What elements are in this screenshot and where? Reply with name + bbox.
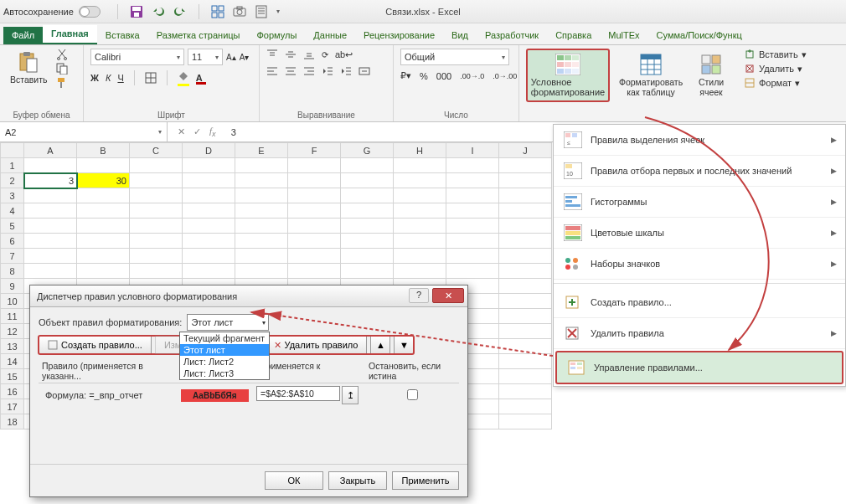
- row-header[interactable]: 12: [1, 324, 24, 339]
- autosave-control[interactable]: Автосохранение: [3, 6, 101, 18]
- font-color-button[interactable]: A: [196, 73, 203, 83]
- fill-color-button[interactable]: [178, 71, 189, 85]
- tile-icon[interactable]: [211, 5, 224, 18]
- fx-enter-icon[interactable]: ✓: [193, 126, 201, 137]
- increase-decimal-icon[interactable]: .00→.0: [460, 72, 484, 80]
- autosave-toggle-icon[interactable]: [79, 6, 101, 18]
- paste-button[interactable]: Вставить: [7, 49, 51, 87]
- cell-styles-button[interactable]: Стили ячеек: [692, 49, 730, 102]
- row-header[interactable]: 14: [1, 354, 24, 369]
- align-bottom-icon[interactable]: [303, 49, 315, 60]
- dialog-title-bar[interactable]: Диспетчер правил условного форматировани…: [30, 285, 467, 307]
- row-header[interactable]: 17: [1, 399, 24, 414]
- row-header[interactable]: 5: [1, 219, 24, 234]
- row-header[interactable]: 3: [1, 188, 24, 203]
- tab-view[interactable]: Вид: [443, 27, 477, 44]
- format-cells-button[interactable]: Формат▾: [744, 77, 814, 89]
- tab-multex[interactable]: MulTEx: [600, 27, 647, 44]
- insert-cells-button[interactable]: Вставить▾: [744, 49, 814, 60]
- dialog-close-icon[interactable]: ✕: [432, 288, 464, 303]
- close-button[interactable]: Закрыть: [328, 471, 387, 490]
- move-up-button[interactable]: ▲: [370, 336, 390, 354]
- decrease-font-icon[interactable]: A▾: [240, 53, 250, 62]
- wrap-text-icon[interactable]: ab↩: [335, 49, 353, 60]
- cut-icon[interactable]: [56, 49, 68, 60]
- tab-developer[interactable]: Разработчик: [477, 27, 547, 44]
- row-header[interactable]: 6: [1, 234, 24, 249]
- increase-font-icon[interactable]: A▴: [226, 53, 236, 62]
- name-box[interactable]: A2: [0, 122, 168, 141]
- col-header[interactable]: D: [183, 143, 235, 158]
- row-header[interactable]: 7: [1, 249, 24, 264]
- save-icon[interactable]: [130, 5, 143, 18]
- row-header[interactable]: 13: [1, 339, 24, 354]
- fx-icon[interactable]: fx: [209, 126, 216, 138]
- comma-icon[interactable]: 000: [436, 71, 451, 81]
- col-header[interactable]: C: [130, 143, 183, 158]
- format-as-table-button[interactable]: Форматировать как таблицу: [618, 49, 684, 102]
- cf-new-rule[interactable]: Создать правило...: [554, 287, 845, 318]
- tab-file[interactable]: Файл: [3, 27, 43, 44]
- decrease-indent-icon[interactable]: [322, 65, 333, 77]
- row-header[interactable]: 1: [1, 158, 24, 173]
- scope-option[interactable]: Текущий фрагмент: [180, 332, 269, 344]
- number-format-select[interactable]: Общий: [400, 49, 509, 65]
- cf-color-scales[interactable]: Цветовые шкалы▶: [554, 218, 845, 249]
- decrease-decimal-icon[interactable]: .0→.00: [493, 72, 517, 80]
- underline-button[interactable]: Ч: [117, 73, 123, 83]
- move-down-button[interactable]: ▼: [394, 336, 414, 354]
- tab-insert[interactable]: Вставка: [97, 27, 148, 44]
- delete-cells-button[interactable]: Удалить▾: [744, 63, 814, 75]
- form-icon[interactable]: [255, 5, 268, 18]
- scope-option[interactable]: Этот лист: [180, 344, 269, 356]
- stop-if-true-checkbox[interactable]: [407, 389, 418, 400]
- italic-button[interactable]: К: [106, 73, 111, 83]
- col-header[interactable]: B: [77, 143, 130, 158]
- col-header[interactable]: A: [24, 143, 77, 158]
- cf-icon-sets[interactable]: Наборы значков▶: [554, 249, 845, 280]
- col-header[interactable]: J: [499, 143, 552, 158]
- col-header[interactable]: H: [394, 143, 446, 158]
- new-rule-button[interactable]: Создать правило...: [39, 336, 152, 354]
- row-header[interactable]: 8: [1, 264, 24, 279]
- cf-clear-rules[interactable]: Удалить правила▶: [554, 318, 845, 349]
- undo-icon[interactable]: [152, 5, 165, 18]
- percent-icon[interactable]: %: [420, 71, 428, 81]
- cell-B2[interactable]: 30: [77, 173, 130, 188]
- cf-manage-rules[interactable]: Управление правилами...: [555, 351, 843, 384]
- bold-button[interactable]: Ж: [90, 73, 99, 83]
- tab-formulas[interactable]: Формулы: [248, 27, 305, 44]
- tab-sum-search[interactable]: Сумма/Поиск/Функц: [648, 27, 751, 44]
- row-header[interactable]: 16: [1, 384, 24, 399]
- conditional-formatting-button[interactable]: Условное форматирование: [526, 49, 610, 102]
- orientation-icon[interactable]: ⟳: [322, 50, 328, 59]
- col-header[interactable]: G: [341, 143, 394, 158]
- delete-rule-button[interactable]: ✕Удалить правило: [265, 336, 368, 354]
- row-header[interactable]: 9: [1, 279, 24, 294]
- redo-icon[interactable]: [173, 5, 187, 18]
- align-center-icon[interactable]: [285, 65, 297, 77]
- rule-row[interactable]: Формула: =_впр_отчет АаВbБбЯя =$A$2:$A$1…: [39, 383, 459, 407]
- row-header[interactable]: 10: [1, 294, 24, 309]
- align-top-icon[interactable]: [266, 49, 278, 60]
- row-header[interactable]: 2: [1, 173, 24, 188]
- range-picker-icon[interactable]: ↥: [342, 386, 359, 404]
- copy-icon[interactable]: [56, 63, 68, 75]
- row-header[interactable]: 11: [1, 309, 24, 324]
- scope-option[interactable]: Лист: Лист2: [180, 356, 269, 368]
- cell-A2[interactable]: 3: [24, 173, 77, 188]
- align-left-icon[interactable]: [266, 65, 278, 77]
- scope-option[interactable]: Лист: Лист3: [180, 368, 269, 379]
- row-header[interactable]: 18: [1, 414, 24, 429]
- tab-help[interactable]: Справка: [547, 27, 600, 44]
- scope-select[interactable]: Этот лист: [187, 314, 269, 331]
- format-painter-icon[interactable]: [56, 77, 68, 89]
- qat-dropdown-icon[interactable]: ▾: [276, 8, 280, 15]
- align-right-icon[interactable]: [303, 65, 315, 77]
- font-size-select[interactable]: 11: [188, 49, 223, 65]
- cf-highlight-rules[interactable]: ≤ Правила выделения ячеек▶: [554, 125, 845, 156]
- currency-icon[interactable]: ₽▾: [400, 70, 411, 81]
- tab-data[interactable]: Данные: [305, 27, 355, 44]
- select-all-corner[interactable]: [1, 143, 24, 158]
- fx-cancel-icon[interactable]: ✕: [178, 126, 185, 137]
